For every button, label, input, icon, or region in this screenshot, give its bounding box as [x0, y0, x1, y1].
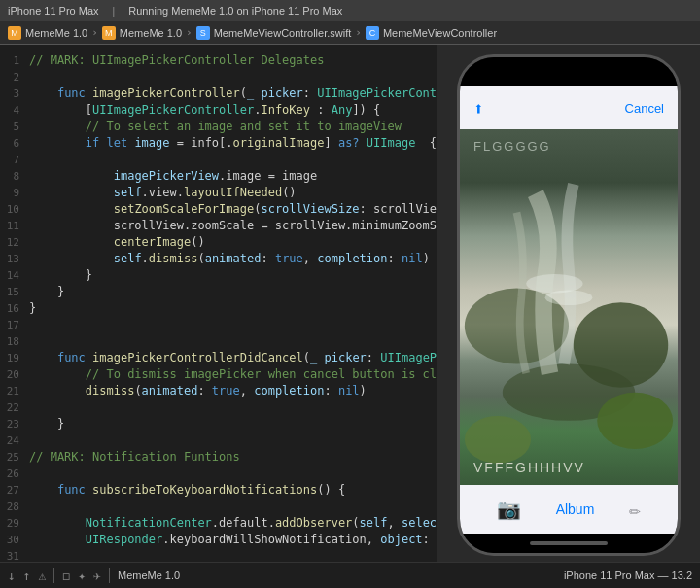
home-bar-area: [460, 534, 678, 553]
folder-icon2: M: [102, 26, 116, 40]
iphone-device: ⬆ Cancel: [457, 54, 681, 556]
status-divider: [53, 568, 54, 583]
code-line: 2: [0, 69, 438, 86]
breadcrumb-item1[interactable]: M MemeMe 1.0: [8, 26, 88, 40]
code-line: 28: [0, 499, 438, 515]
svg-point-4: [465, 416, 531, 464]
notch-area: [460, 57, 678, 86]
code-line: 22: [0, 399, 438, 416]
svg-point-6: [545, 290, 593, 305]
app-name-status: MemeMe 1.0: [118, 570, 180, 581]
deploy-icon: ✈: [93, 569, 101, 583]
breadcrumb-sep1: ›: [91, 26, 98, 39]
camera-icon[interactable]: 📷: [497, 498, 521, 521]
album-button[interactable]: Album: [556, 502, 595, 517]
code-line: 30 UIResponder.keyboardWillShowNotificat…: [0, 532, 438, 548]
code-line: 11 scrollView.zoomScale = scrollView.min…: [0, 218, 438, 234]
code-line: 24: [0, 432, 438, 449]
code-line: 23 }: [0, 416, 438, 432]
folder-icon: M: [8, 26, 21, 40]
breadcrumb-item4[interactable]: C MemeMeViewController: [366, 26, 497, 40]
code-line: 12 centerImage(): [0, 234, 438, 251]
title-bar: iPhone 11 Pro Max | Running MemeMe 1.0 o…: [0, 0, 700, 21]
photo-image-area: FLGGGGG VFFFGHHHVV: [460, 129, 678, 485]
warning-icon: ⚠: [39, 569, 47, 583]
code-line: 16 }: [0, 300, 438, 317]
breadcrumb-sep2: ›: [186, 26, 192, 39]
svg-point-5: [526, 274, 582, 293]
share-button[interactable]: ⬆: [473, 98, 484, 119]
code-line: 26: [0, 466, 438, 482]
branch-icon: ✦: [78, 569, 86, 583]
view-icon: ◻: [62, 569, 70, 583]
simulator-panel: ⬆ Cancel: [438, 45, 700, 562]
bottom-status-bar: ↓ ↑ ⚠ ◻ ✦ ✈ MemeMe 1.0 iPhone 11 Pro Max…: [0, 562, 700, 588]
top-meme-text: FLGGGGG: [473, 139, 551, 154]
code-line: 18: [0, 333, 438, 350]
code-line: 5 // To select an image and set it to im…: [0, 119, 438, 135]
breadcrumb-bar: M MemeMe 1.0 › M MemeMe 1.0 › S MemeMeVi…: [0, 21, 700, 45]
code-line: 7: [0, 152, 438, 168]
code-line: 8 imagePickerView.image = image: [0, 168, 438, 185]
photo-picker-header: ⬆ Cancel: [460, 86, 678, 129]
code-line: 20 // To dismiss imagePicker when cancel…: [0, 366, 438, 383]
breadcrumb-item2[interactable]: M MemeMe 1.0: [102, 26, 182, 40]
device-info-status: iPhone 11 Pro Max — 13.2: [564, 570, 692, 581]
code-line: 9 self.view.layoutIfNeeded(): [0, 185, 438, 201]
swift-file-icon: S: [196, 26, 210, 40]
breadcrumb-item3[interactable]: S MemeMeViewController.swift: [196, 26, 352, 40]
main-content: 1 // MARK: UIImagePickerController Deleg…: [0, 45, 700, 562]
notch: [530, 65, 608, 83]
code-line: 15 }: [0, 284, 438, 300]
code-line: 4 [UIImagePickerController.InfoKey : Any…: [0, 102, 438, 119]
code-line: 17: [0, 317, 438, 333]
compose-icon[interactable]: ✏: [629, 498, 641, 521]
code-line: 6 if let image = info[.originalImage] as…: [0, 135, 438, 152]
title-tab1[interactable]: iPhone 11 Pro Max: [8, 5, 99, 17]
code-editor[interactable]: 1 // MARK: UIImagePickerController Deleg…: [0, 45, 438, 562]
code-line: 10 setZoomScaleForImage(scrollViewSize: …: [0, 201, 438, 218]
code-line: 3 func imagePickerController(_ picker: U…: [0, 86, 438, 102]
bottom-meme-text: VFFFGHHHVV: [473, 460, 664, 475]
code-line: 21 dismiss(animated: true, completion: n…: [0, 383, 438, 399]
code-line: 13 self.dismiss(animated: true, completi…: [0, 251, 438, 267]
download-icon: ↓: [8, 569, 16, 583]
code-line: 25 // MARK: Notification Funtions: [0, 449, 438, 466]
code-line: 19 func imagePickerControllerDidCancel(_…: [0, 350, 438, 366]
code-line: 27 func subscribeToKeyboardNotifications…: [0, 482, 438, 499]
status-divider2: [109, 568, 110, 583]
svg-point-3: [597, 393, 673, 449]
upload-icon: ↑: [23, 569, 31, 583]
home-indicator: [530, 541, 608, 545]
title-tab2[interactable]: Running MemeMe 1.0 on iPhone 11 Pro Max: [128, 5, 342, 17]
breadcrumb-sep3: ›: [355, 26, 362, 39]
title-sep: |: [111, 5, 118, 17]
cancel-button[interactable]: Cancel: [625, 101, 664, 116]
iphone-screen: ⬆ Cancel: [460, 86, 678, 534]
photo-toolbar: 📷 Album ✏: [460, 485, 678, 534]
class-icon: C: [366, 26, 379, 40]
code-line: 29 NotificationCenter.default.addObserve…: [0, 515, 438, 532]
code-line: 1 // MARK: UIImagePickerController Deleg…: [0, 52, 438, 69]
waterfall-illustration: [460, 129, 678, 485]
code-line: 14 }: [0, 267, 438, 284]
code-line: 31: [0, 548, 438, 562]
